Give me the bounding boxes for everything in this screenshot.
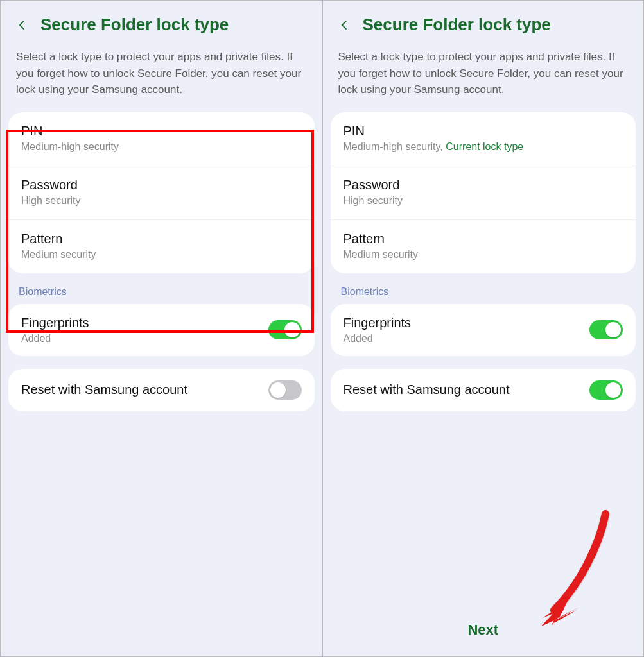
header: Secure Folder lock type	[323, 1, 644, 40]
next-button[interactable]: Next	[467, 622, 498, 638]
lock-type-sub: Medium-high security, Current lock type	[344, 141, 623, 153]
reset-samsung-toggle[interactable]	[589, 380, 623, 400]
fingerprints-label: Fingerprints	[21, 316, 89, 330]
biometrics-header: Biometrics	[1, 273, 322, 304]
back-button[interactable]	[16, 19, 29, 31]
lock-type-password[interactable]: Password High security	[331, 166, 636, 219]
back-button[interactable]	[338, 19, 351, 31]
lock-type-label: Pattern	[21, 232, 302, 246]
biometrics-header: Biometrics	[323, 273, 644, 304]
lock-type-group: PIN Medium-high security, Current lock t…	[331, 112, 636, 273]
annotation-arrow-icon	[522, 508, 618, 629]
lock-type-sub: Medium security	[21, 249, 302, 260]
reset-samsung-toggle[interactable]	[268, 380, 302, 400]
current-lock-badge: Current lock type	[446, 141, 523, 152]
lock-type-password[interactable]: Password High security	[8, 166, 315, 219]
page-description: Select a lock type to protect your apps …	[323, 40, 644, 112]
reset-samsung-row[interactable]: Reset with Samsung account	[8, 369, 315, 411]
lock-type-label: Password	[344, 178, 623, 192]
chevron-left-icon	[16, 19, 29, 31]
lock-type-pattern[interactable]: Pattern Medium security	[331, 219, 636, 273]
lock-type-label: PIN	[344, 124, 623, 139]
fingerprints-toggle[interactable]	[589, 320, 623, 339]
lock-type-label: Pattern	[344, 232, 623, 246]
screen-right: Secure Folder lock type Select a lock ty…	[322, 1, 644, 656]
bottom-bar: Next	[323, 622, 644, 656]
lock-type-pin[interactable]: PIN Medium-high security, Current lock t…	[331, 112, 636, 166]
chevron-left-icon	[338, 19, 351, 31]
fingerprints-row[interactable]: Fingerprints Added	[331, 304, 636, 356]
page-title: Secure Folder lock type	[363, 15, 551, 35]
fingerprints-sub: Added	[344, 333, 412, 345]
reset-samsung-label: Reset with Samsung account	[344, 382, 510, 397]
header: Secure Folder lock type	[1, 1, 322, 40]
fingerprints-sub: Added	[21, 333, 89, 345]
lock-type-sub: Medium security	[344, 249, 623, 260]
lock-type-sub: High security	[21, 195, 302, 207]
fingerprints-label: Fingerprints	[344, 316, 412, 330]
lock-type-pin[interactable]: PIN Medium-high security	[8, 112, 315, 166]
lock-type-group: PIN Medium-high security Password High s…	[8, 112, 315, 273]
lock-type-sub: Medium-high security	[21, 141, 302, 153]
reset-samsung-label: Reset with Samsung account	[21, 382, 187, 397]
fingerprints-toggle[interactable]	[268, 320, 302, 339]
fingerprints-row[interactable]: Fingerprints Added	[8, 304, 315, 356]
lock-type-label: Password	[21, 178, 302, 192]
page-title: Secure Folder lock type	[40, 15, 229, 35]
lock-type-sub: High security	[344, 195, 623, 207]
lock-type-label: PIN	[21, 124, 302, 139]
page-description: Select a lock type to protect your apps …	[1, 40, 322, 112]
screen-left: Secure Folder lock type Select a lock ty…	[1, 1, 322, 656]
reset-samsung-row[interactable]: Reset with Samsung account	[331, 369, 636, 411]
lock-type-pattern[interactable]: Pattern Medium security	[8, 219, 315, 273]
